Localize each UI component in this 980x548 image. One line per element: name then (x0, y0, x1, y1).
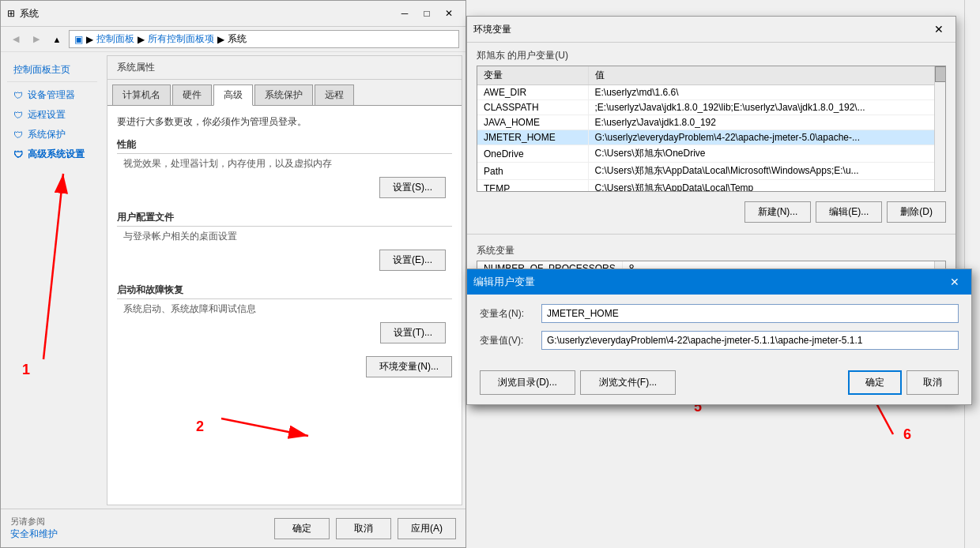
startup-title: 启动和故障恢复 (117, 283, 452, 299)
variable-name-label: 变量名(N): (480, 307, 535, 321)
table-scrollbar[interactable] (934, 66, 945, 191)
var-name-path: Path (477, 163, 588, 180)
col-variable: 变量 (477, 66, 588, 85)
env-vars-button[interactable]: 环境变量(N)... (366, 356, 452, 377)
user-vars-section-title: 郑旭东 的用户变量(U) (467, 43, 956, 66)
ok-button[interactable]: 确定 (274, 518, 330, 539)
var-name-jmeter-home: JMETER_HOME (477, 130, 588, 145)
var-value-java-home: E:\userlyz\Java\jdk1.8.0_192 (588, 115, 945, 130)
admin-note: 要进行大多数更改，你必须作为管理员登录。 (117, 115, 452, 129)
security-link[interactable]: 安全和维护 (10, 528, 58, 539)
user-delete-button[interactable]: 删除(D) (887, 201, 946, 223)
env-dialog-close-button[interactable]: ✕ (929, 21, 949, 37)
tabs-bar: 计算机名 硬件 高级 系统保护 远程 (107, 80, 462, 106)
table-row[interactable]: Path C:\Users\郑旭东\AppData\Local\Microsof… (477, 163, 945, 180)
user-profile-settings-button[interactable]: 设置(E)... (379, 250, 446, 271)
table-row[interactable]: TEMP C:\Users\郑旭东\AppData\Local\Temp (477, 180, 945, 193)
breadcrumb-item-1[interactable]: ▣ (74, 34, 83, 45)
breadcrumb-separator-2: ▶ (138, 34, 145, 45)
sidebar-item-advanced-settings[interactable]: 🛡 高级系统设置 (7, 145, 97, 164)
navigation-bar: ◀ ▶ ▲ ▣ ▶ 控制面板 ▶ 所有控制面板项 ▶ 系统 (1, 27, 466, 52)
sidebar-item-device-manager[interactable]: 🛡 设备管理器 (7, 85, 97, 105)
user-edit-button[interactable]: 编辑(E)... (816, 201, 882, 223)
browse-file-button[interactable]: 浏览文件(F)... (580, 370, 676, 395)
minimize-button[interactable]: ─ (394, 6, 415, 21)
system-window: ⊞ 系统 ─ □ ✕ ◀ ▶ ▲ ▣ ▶ 控制面板 ▶ 所有控制面板项 ▶ 系统… (0, 0, 466, 548)
table-row[interactable]: CLASSPATH ;E:\userlyz\Java\jdk1.8.0_192\… (477, 100, 945, 115)
breadcrumb-separator-3: ▶ (217, 34, 224, 45)
table-row[interactable]: JAVA_HOME E:\userlyz\Java\jdk1.8.0_192 (477, 115, 945, 130)
table-row[interactable]: AWE_DIR E:\userlyz\md\1.6.6\ (477, 85, 945, 100)
edit-user-variable-dialog: 编辑用户变量 ✕ 变量名(N): 变量值(V): 浏览目录(D)... 浏览文件… (466, 268, 972, 405)
properties-panel: 系统属性 计算机名 硬件 高级 系统保护 远程 要进行大多数更改，你必须作为管理… (107, 55, 462, 505)
breadcrumb-item-all[interactable]: 所有控制面板项 (148, 32, 214, 46)
tab-advanced[interactable]: 高级 (213, 84, 253, 106)
var-value-path: C:\Users\郑旭东\AppData\Local\Microsoft\Win… (588, 163, 945, 180)
system-vars-section-title: 系统变量 (467, 238, 956, 261)
var-value-onedrive: C:\Users\郑旭东\OneDrive (588, 145, 945, 163)
sidebar-item-system-protection[interactable]: 🛡 系统保护 (7, 125, 97, 145)
variable-name-input[interactable] (541, 304, 959, 323)
table-row[interactable]: OneDrive C:\Users\郑旭东\OneDrive (477, 145, 945, 163)
user-profile-section: 用户配置文件 与登录帐户相关的桌面设置 设置(E)... (117, 211, 452, 271)
sidebar-item-remote-settings[interactable]: 🛡 远程设置 (7, 105, 97, 125)
system-window-title: 系统 (20, 7, 39, 21)
edit-confirm-button[interactable]: 确定 (848, 370, 902, 395)
also-see: 另请参阅 安全和维护 (10, 516, 268, 541)
system-titlebar: ⊞ 系统 ─ □ ✕ (1, 1, 466, 27)
device-manager-icon: 🛡 (12, 89, 24, 102)
var-value-jmeter-home: G:\userlyz\everydayProblem\4-22\apache-j… (588, 130, 945, 145)
tab-remote[interactable]: 远程 (315, 84, 354, 105)
breadcrumb-item-control[interactable]: 控制面板 (96, 32, 134, 46)
env-dialog-title: 环境变量 (473, 23, 929, 36)
col-value: 值 (588, 66, 945, 85)
edit-dialog-titlebar: 编辑用户变量 ✕ (467, 269, 971, 295)
var-name-onedrive: OneDrive (477, 145, 588, 163)
breadcrumb: ▣ ▶ 控制面板 ▶ 所有控制面板项 ▶ 系统 (69, 30, 459, 48)
startup-settings-button[interactable]: 设置(T)... (380, 322, 446, 343)
variable-name-row: 变量名(N): (480, 304, 959, 323)
system-protection-icon: 🛡 (12, 129, 24, 141)
user-new-button[interactable]: 新建(N)... (744, 201, 812, 223)
control-panel-home[interactable]: 控制面板主页 (7, 58, 97, 82)
breadcrumb-item-system: 系统 (228, 32, 247, 46)
var-value-classpath: ;E:\userlyz\Java\jdk1.8.0_192\lib;E:\use… (588, 100, 945, 115)
edit-form: 变量名(N): 变量值(V): (467, 295, 971, 367)
apply-button[interactable]: 应用(A) (398, 518, 456, 539)
maximize-button[interactable]: □ (416, 6, 437, 21)
bottom-bar: 另请参阅 安全和维护 确定 取消 应用(A) (1, 509, 466, 547)
performance-desc: 视觉效果，处理器计划，内存使用，以及虚拟内存 (123, 157, 452, 171)
forward-button[interactable]: ▶ (28, 31, 45, 48)
titlebar-controls: ─ □ ✕ (394, 6, 459, 21)
user-vars-table-container: 变量 值 AWE_DIR E:\userlyz\md\1.6.6\ CLASSP… (477, 66, 946, 192)
browse-buttons-row: 浏览目录(D)... 浏览文件(F)... 确定 取消 (467, 367, 971, 404)
tab-computer-name[interactable]: 计算机名 (112, 84, 171, 105)
panel-body: 要进行大多数更改，你必须作为管理员登录。 性能 视觉效果，处理器计划，内存使用，… (107, 106, 462, 387)
user-profile-title: 用户配置文件 (117, 211, 452, 227)
tab-hardware[interactable]: 硬件 (172, 84, 212, 105)
system-window-icon: ⊞ (7, 8, 15, 19)
browse-dir-button[interactable]: 浏览目录(D)... (480, 370, 575, 395)
performance-settings-button[interactable]: 设置(S)... (379, 177, 446, 198)
close-button[interactable]: ✕ (439, 6, 459, 21)
tab-system-protection[interactable]: 系统保护 (254, 84, 313, 105)
edit-cancel-button[interactable]: 取消 (906, 370, 959, 395)
up-button[interactable]: ▲ (48, 31, 66, 48)
env-dialog-titlebar: 环境变量 ✕ (467, 17, 956, 43)
main-content: 控制面板主页 🛡 设备管理器 🛡 远程设置 🛡 系统保护 🛡 高级系统设置 系统… (1, 52, 466, 509)
also-see-label: 另请参阅 (10, 516, 268, 527)
breadcrumb-separator-1: ▶ (86, 34, 93, 45)
user-vars-table: 变量 值 AWE_DIR E:\userlyz\md\1.6.6\ CLASSP… (477, 66, 945, 192)
user-profile-desc: 与登录帐户相关的桌面设置 (123, 230, 452, 243)
table-row-selected[interactable]: JMETER_HOME G:\userlyz\everydayProblem\4… (477, 130, 945, 145)
back-button[interactable]: ◀ (7, 31, 24, 48)
scrollbar-thumb[interactable] (935, 66, 946, 82)
cancel-button[interactable]: 取消 (336, 518, 391, 539)
variable-value-label: 变量值(V): (480, 334, 535, 347)
edit-dialog-title: 编辑用户变量 (473, 275, 944, 289)
var-value-awe-dir: E:\userlyz\md\1.6.6\ (588, 85, 945, 100)
advanced-settings-icon: 🛡 (12, 148, 24, 161)
edit-dialog-close-button[interactable]: ✕ (944, 274, 965, 290)
variable-value-input[interactable] (541, 331, 959, 350)
var-value-temp: C:\Users\郑旭东\AppData\Local\Temp (588, 180, 945, 193)
